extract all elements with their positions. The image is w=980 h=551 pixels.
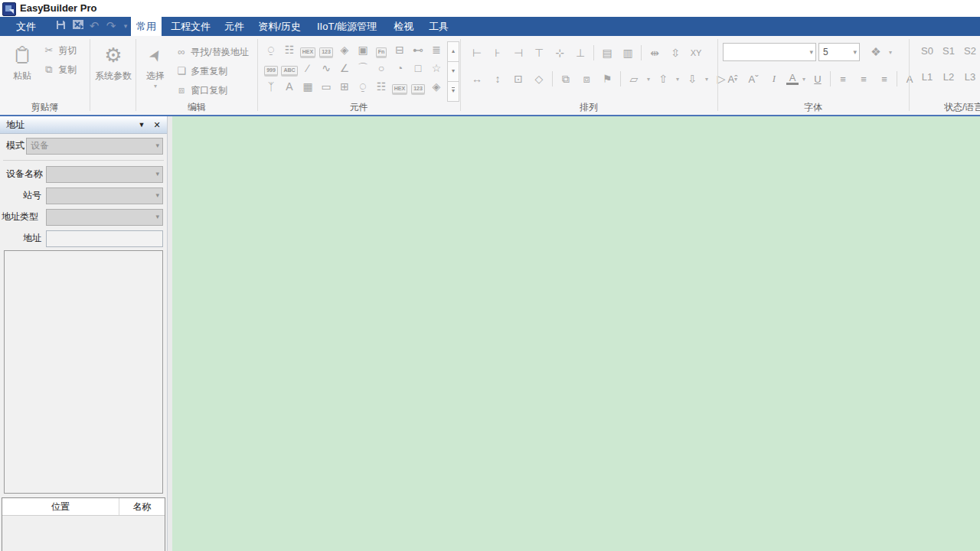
bring-forward-caret-icon[interactable]: ▾ bbox=[676, 76, 679, 83]
align-text-right-icon[interactable]: ≡ bbox=[876, 73, 893, 85]
state-s1-button[interactable]: S1 bbox=[939, 45, 959, 57]
tab-view[interactable]: 检视 bbox=[390, 17, 417, 36]
underline-icon[interactable]: U bbox=[809, 73, 826, 85]
align-middle-icon[interactable]: ⊹ bbox=[552, 47, 567, 59]
font-name-combobox[interactable]: ▾ bbox=[723, 43, 816, 61]
system-parameters-button[interactable]: ⚙ 系统参数 bbox=[93, 41, 133, 97]
tab-object[interactable]: 元件 bbox=[220, 17, 248, 36]
hex-icon[interactable]: HEX bbox=[390, 78, 409, 95]
word-lamp-icon[interactable]: ☷ bbox=[280, 41, 299, 58]
frame-icon[interactable]: ▭ bbox=[317, 78, 335, 95]
objects-scroll-up-button[interactable]: ▴ bbox=[447, 41, 459, 62]
text-style-icon[interactable]: A bbox=[901, 73, 918, 85]
align-bottom-icon[interactable]: ⊥ bbox=[573, 47, 588, 59]
tab-iiot-energy[interactable]: IIoT/能源管理 bbox=[312, 17, 382, 36]
station-combobox[interactable]: ▾ bbox=[46, 187, 163, 204]
editor-canvas[interactable] bbox=[172, 116, 980, 551]
language-l2-button[interactable]: L2 bbox=[939, 71, 959, 83]
select-button[interactable]: ➤ 选择 ▾ bbox=[139, 41, 172, 97]
item-list-icon[interactable]: ≣ bbox=[427, 41, 446, 58]
bit-lamp-icon[interactable]: ⍜ bbox=[262, 41, 280, 58]
bulb-icon[interactable]: ⍜ bbox=[354, 78, 372, 95]
rectangle-icon[interactable]: □ bbox=[409, 60, 427, 77]
group-icon[interactable]: ⧉ bbox=[558, 73, 573, 86]
tab-common[interactable]: 常用 bbox=[131, 17, 162, 36]
align-right-icon[interactable]: ⊣ bbox=[511, 47, 526, 59]
set-bit-icon[interactable]: ◈ bbox=[335, 41, 354, 58]
state-s2-button[interactable]: S2 bbox=[960, 45, 980, 57]
combo-button-icon[interactable]: ⊟ bbox=[390, 41, 409, 58]
circle-icon[interactable]: ○ bbox=[372, 60, 390, 77]
send-backward-icon[interactable]: ⇩ bbox=[684, 73, 700, 85]
font-size-combobox[interactable]: 5 ▾ bbox=[818, 43, 860, 61]
space-horizontal-icon[interactable]: ⇹ bbox=[647, 47, 662, 59]
multi-copy-button[interactable]: ❏ 多重复制 bbox=[175, 63, 227, 80]
xy-position-icon[interactable]: XY bbox=[688, 48, 704, 57]
panel-menu-caret-icon[interactable]: ▼ bbox=[135, 119, 149, 131]
align-text-left-icon[interactable]: ≡ bbox=[835, 73, 851, 85]
tab-project[interactable]: 工程文件 bbox=[167, 17, 214, 36]
star-icon[interactable]: ☆ bbox=[427, 60, 446, 77]
panel-close-icon[interactable]: ✕ bbox=[150, 119, 164, 131]
redo-icon[interactable]: ↷ bbox=[104, 20, 118, 33]
copy-button[interactable]: ⧉ 复制 bbox=[42, 61, 77, 78]
bring-forward-icon[interactable]: ⇧ bbox=[655, 73, 671, 85]
rotate-icon[interactable]: ◇ bbox=[531, 73, 547, 85]
undo-icon[interactable]: ↶ bbox=[87, 20, 101, 33]
pin-icon[interactable]: ⚑ bbox=[599, 73, 615, 85]
indicator-icon[interactable]: ☷ bbox=[372, 78, 390, 95]
device-name-combobox[interactable]: ▾ bbox=[46, 166, 163, 183]
column-header-position[interactable]: 位置 bbox=[2, 498, 119, 515]
tab-tool[interactable]: 工具 bbox=[425, 17, 452, 36]
ascii-display-icon[interactable]: ABC bbox=[280, 60, 299, 77]
scale-icon[interactable]: ᛉ bbox=[262, 78, 280, 95]
address-table[interactable]: 位置 名称 bbox=[2, 497, 165, 551]
hex-input-icon[interactable]: HEX bbox=[299, 41, 317, 58]
function-key-icon[interactable]: Fn bbox=[372, 41, 390, 58]
same-height-size-icon[interactable]: ↕ bbox=[490, 73, 505, 85]
align-text-center-icon[interactable]: ≡ bbox=[855, 73, 872, 85]
send-backward-caret-icon[interactable]: ▾ bbox=[705, 76, 708, 83]
same-height-icon[interactable]: ▤ bbox=[599, 47, 615, 59]
grid-table-icon[interactable]: ⊞ bbox=[335, 78, 354, 95]
window-copy-button[interactable]: ⧈ 窗口复制 bbox=[175, 82, 227, 99]
align-top-icon[interactable]: ⊤ bbox=[531, 47, 547, 59]
picture-icon[interactable]: ▦ bbox=[299, 78, 317, 95]
address-type-combobox[interactable]: ▾ bbox=[46, 209, 163, 226]
address-input[interactable] bbox=[46, 230, 163, 247]
font-color-caret-icon[interactable]: ▾ bbox=[802, 76, 805, 83]
mode-combobox[interactable]: 设备 ▾ bbox=[26, 138, 163, 155]
font-color-icon[interactable]: A bbox=[786, 73, 799, 85]
format-painter-caret-icon[interactable]: ▾ bbox=[889, 49, 892, 56]
layer-caret-icon[interactable]: ▾ bbox=[647, 76, 650, 83]
save-icon[interactable] bbox=[54, 20, 67, 33]
file-menu-button[interactable]: 文件 bbox=[11, 17, 41, 36]
arc-icon[interactable]: ⌒ bbox=[354, 60, 372, 77]
address-list-box[interactable] bbox=[4, 250, 163, 494]
numeric-display-icon[interactable]: 999 bbox=[262, 60, 280, 77]
increase-font-icon[interactable]: Aˆ bbox=[724, 73, 741, 85]
toggle-switch-icon[interactable]: ▣ bbox=[354, 41, 372, 58]
line-icon[interactable]: ∕ bbox=[299, 60, 317, 77]
tag-icon[interactable]: ◈ bbox=[427, 78, 446, 95]
state-s0-button[interactable]: S0 bbox=[917, 45, 937, 57]
numeric-icon[interactable]: 123 bbox=[409, 78, 427, 95]
italic-icon[interactable]: I bbox=[766, 73, 782, 85]
ungroup-icon[interactable]: ⧈ bbox=[579, 73, 594, 86]
paste-button[interactable]: 📋︎ 粘贴 bbox=[5, 41, 40, 97]
wave-icon[interactable]: ∿ bbox=[317, 60, 335, 77]
objects-scroll-down-button[interactable]: ▾ bbox=[447, 61, 459, 82]
same-size-icon[interactable]: ⊡ bbox=[511, 73, 526, 85]
layer-icon[interactable]: ▱ bbox=[626, 73, 642, 85]
align-left-icon[interactable]: ⊢ bbox=[469, 47, 485, 59]
decrease-font-icon[interactable]: Aˇ bbox=[745, 73, 762, 85]
slider-icon[interactable]: ⊷ bbox=[409, 41, 427, 58]
same-width-icon[interactable]: ▥ bbox=[620, 47, 635, 59]
language-l3-button[interactable]: L3 bbox=[960, 71, 980, 83]
tab-data-history[interactable]: 资料/历史 bbox=[255, 17, 304, 36]
space-vertical-icon[interactable]: ⇳ bbox=[668, 47, 683, 59]
column-header-name[interactable]: 名称 bbox=[119, 498, 165, 515]
find-replace-address-button[interactable]: ∞ 寻找/替换地址 bbox=[175, 44, 249, 60]
objects-expand-button[interactable]: ▾ bbox=[447, 81, 459, 102]
text-icon[interactable]: A bbox=[280, 78, 299, 95]
